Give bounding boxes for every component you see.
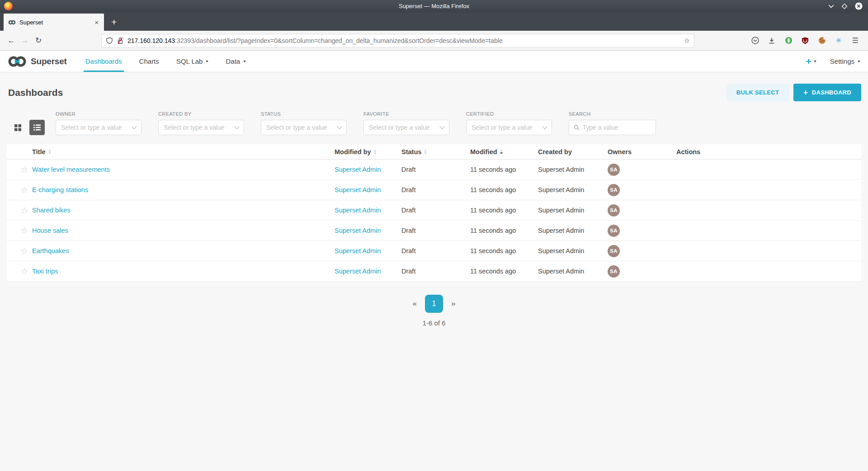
shield-icon[interactable] xyxy=(106,37,113,44)
cell-modified: 11 seconds ago xyxy=(470,227,538,234)
favorite-star-icon[interactable]: ☆ xyxy=(7,226,32,235)
modified-by-link[interactable]: Superset Admin xyxy=(335,227,381,234)
column-header-modified[interactable]: Modified xyxy=(470,148,538,155)
nav-item-charts[interactable]: Charts xyxy=(131,51,168,72)
superset-logo[interactable]: Superset xyxy=(8,51,67,72)
new-dashboard-button[interactable]: + DASHBOARD xyxy=(793,84,861,101)
forward-icon[interactable]: → xyxy=(18,36,32,45)
page-content: Dashboards BULK SELECT + DASHBOARD xyxy=(0,72,868,327)
favorite-star-icon[interactable]: ☆ xyxy=(7,267,32,276)
bookmark-star-icon[interactable]: ☆ xyxy=(684,37,690,45)
modified-by-link[interactable]: Superset Admin xyxy=(335,207,381,214)
owner-avatar[interactable]: SA xyxy=(608,225,620,237)
column-header-status[interactable]: Status xyxy=(401,148,470,155)
plus-icon: + xyxy=(806,56,811,67)
column-label: Created by xyxy=(538,148,572,155)
search-input[interactable] xyxy=(582,124,651,131)
cookie-extension-icon[interactable] xyxy=(816,34,828,47)
firefox-logo-icon xyxy=(4,2,13,10)
privacy-extension-icon[interactable] xyxy=(782,34,795,47)
favorite-star-icon[interactable]: ☆ xyxy=(7,186,32,194)
pocket-icon[interactable] xyxy=(749,34,761,47)
modified-by-link[interactable]: Superset Admin xyxy=(335,247,381,254)
modified-by-link[interactable]: Superset Admin xyxy=(335,186,381,193)
cell-status: Draft xyxy=(401,166,470,173)
downloads-icon[interactable] xyxy=(765,34,778,47)
column-header-title[interactable]: Title xyxy=(32,148,335,155)
list-view-toggle[interactable] xyxy=(29,120,45,135)
window-maximize-icon[interactable] xyxy=(841,3,848,9)
tab-close-icon[interactable]: × xyxy=(94,19,99,26)
pagination-prev[interactable]: « xyxy=(410,299,420,308)
modified-by-link[interactable]: Superset Admin xyxy=(335,268,381,275)
dashboard-title-link[interactable]: Taxi trips xyxy=(32,268,58,275)
filter-favorite: FAVORITE Select or type a value xyxy=(363,111,449,135)
bulk-select-button[interactable]: BULK SELECT xyxy=(726,84,789,101)
favorite-star-icon[interactable]: ☆ xyxy=(7,165,32,174)
owner-select[interactable]: Select or type a value xyxy=(56,120,142,135)
favorite-star-icon[interactable]: ☆ xyxy=(7,206,32,215)
filter-label: SEARCH xyxy=(569,111,656,117)
dashboard-title-link[interactable]: House sales xyxy=(32,227,68,234)
cell-status: Draft xyxy=(401,268,470,275)
new-item-menu-button[interactable]: + xyxy=(806,56,816,67)
reload-icon[interactable]: ↻ xyxy=(32,36,45,45)
window-minimize-icon[interactable] xyxy=(828,5,834,8)
ublock-icon[interactable] xyxy=(799,34,811,47)
sparkle-extension-icon[interactable]: ✳ xyxy=(832,34,845,47)
owner-avatar[interactable]: SA xyxy=(608,265,620,278)
owner-avatar[interactable]: SA xyxy=(608,245,620,257)
created-by-select[interactable]: Select or type a value xyxy=(158,120,244,135)
owner-avatar[interactable]: SA xyxy=(608,164,620,176)
view-mode-toggles xyxy=(10,120,45,135)
pagination: «1» xyxy=(7,295,861,313)
page-title: Dashboards xyxy=(8,87,63,98)
window-close-icon[interactable] xyxy=(855,2,863,10)
owner-avatar[interactable]: SA xyxy=(608,184,620,196)
nav-label: Data xyxy=(226,57,240,65)
dashboard-title-link[interactable]: Water level measurements xyxy=(32,166,110,173)
new-dashboard-label: DASHBOARD xyxy=(812,89,851,96)
back-icon[interactable]: ← xyxy=(5,36,18,45)
filter-owner: OWNER Select or type a value xyxy=(56,111,142,135)
column-header-owners: Owners xyxy=(608,148,676,155)
card-view-toggle[interactable] xyxy=(10,120,25,135)
filter-certified: CERTIFIED Select or type a value xyxy=(466,111,552,135)
url-bar[interactable]: 217.160.120.143:32393/dashboard/list/?pa… xyxy=(101,34,694,47)
browser-tab-superset[interactable]: Superset × xyxy=(4,14,104,31)
cell-created-by: Superset Admin xyxy=(538,268,608,275)
menu-hamburger-icon[interactable]: ☰ xyxy=(849,34,862,47)
url-path: :32393/dashboard/list/?pageIndex=0&sortC… xyxy=(175,37,503,44)
nav-item-dashboards[interactable]: Dashboards xyxy=(77,51,131,72)
cell-modified: 11 seconds ago xyxy=(470,166,538,173)
certified-select[interactable]: Select or type a value xyxy=(466,120,552,135)
column-label: Title xyxy=(32,148,46,155)
cell-created-by: Superset Admin xyxy=(538,227,608,234)
favorite-select[interactable]: Select or type a value xyxy=(363,120,449,135)
nav-item-sql-lab[interactable]: SQL Lab xyxy=(168,51,217,72)
pagination-page-1[interactable]: 1 xyxy=(425,295,443,313)
select-placeholder: Select or type a value xyxy=(164,124,225,131)
nav-label: Charts xyxy=(139,57,159,65)
dashboard-title-link[interactable]: Earthquakes xyxy=(32,247,69,254)
dashboard-title-link[interactable]: Shared bikes xyxy=(32,207,71,214)
cell-created-by: Superset Admin xyxy=(538,207,608,214)
superset-navbar: Superset Dashboards Charts SQL Lab Data … xyxy=(0,51,868,72)
select-placeholder: Select or type a value xyxy=(472,124,533,131)
settings-menu-button[interactable]: Settings xyxy=(830,57,860,65)
owner-avatar[interactable]: SA xyxy=(608,204,620,217)
cell-created-by: Superset Admin xyxy=(538,247,608,254)
url-text[interactable]: 217.160.120.143:32393/dashboard/list/?pa… xyxy=(127,37,680,44)
status-select[interactable]: Select or type a value xyxy=(261,120,347,135)
table-header-row: TitleModified byStatusModifiedCreated by… xyxy=(7,144,861,160)
dashboard-title-link[interactable]: E-charging stations xyxy=(32,186,88,193)
column-header-modified-by[interactable]: Modified by xyxy=(335,148,401,155)
nav-item-data[interactable]: Data xyxy=(217,51,255,72)
favorite-star-icon[interactable]: ☆ xyxy=(7,247,32,255)
new-tab-button[interactable]: + xyxy=(111,17,117,28)
modified-by-link[interactable]: Superset Admin xyxy=(335,166,381,173)
table-row: ☆Shared bikesSuperset AdminDraft11 secon… xyxy=(7,200,861,221)
cell-created-by: Superset Admin xyxy=(538,166,608,173)
insecure-lock-icon[interactable] xyxy=(117,37,124,44)
pagination-next[interactable]: » xyxy=(448,299,458,308)
